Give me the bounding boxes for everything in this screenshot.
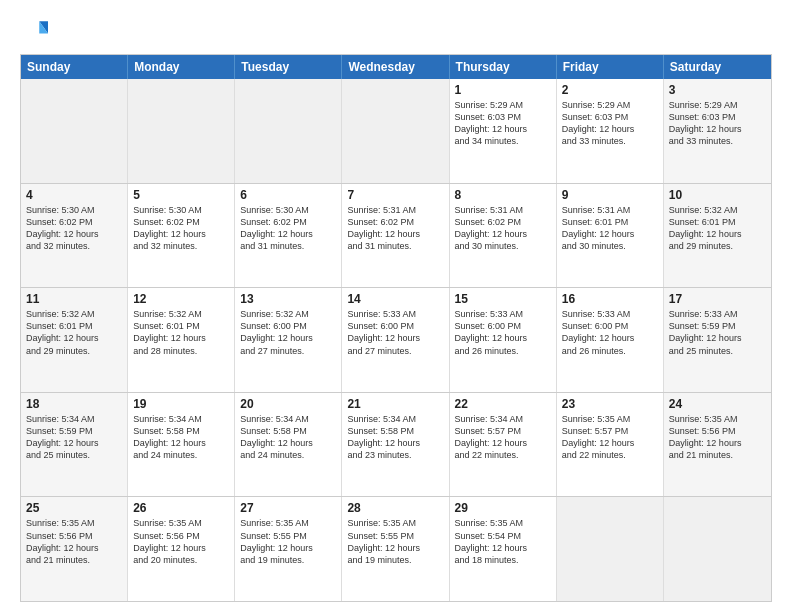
- day-number: 10: [669, 188, 766, 202]
- day-number: 1: [455, 83, 551, 97]
- cal-cell-r1c3: 7Sunrise: 5:31 AMSunset: 6:02 PMDaylight…: [342, 184, 449, 288]
- cell-info: Sunrise: 5:35 AMSunset: 5:55 PMDaylight:…: [240, 517, 336, 566]
- cal-cell-r3c5: 23Sunrise: 5:35 AMSunset: 5:57 PMDayligh…: [557, 393, 664, 497]
- day-number: 23: [562, 397, 658, 411]
- day-number: 28: [347, 501, 443, 515]
- cal-cell-r2c1: 12Sunrise: 5:32 AMSunset: 6:01 PMDayligh…: [128, 288, 235, 392]
- cal-cell-r0c1: [128, 79, 235, 183]
- calendar-row-2: 11Sunrise: 5:32 AMSunset: 6:01 PMDayligh…: [21, 287, 771, 392]
- day-number: 14: [347, 292, 443, 306]
- header-wednesday: Wednesday: [342, 55, 449, 79]
- cell-info: Sunrise: 5:30 AMSunset: 6:02 PMDaylight:…: [26, 204, 122, 253]
- cal-cell-r2c5: 16Sunrise: 5:33 AMSunset: 6:00 PMDayligh…: [557, 288, 664, 392]
- calendar-row-0: 1Sunrise: 5:29 AMSunset: 6:03 PMDaylight…: [21, 79, 771, 183]
- cell-info: Sunrise: 5:35 AMSunset: 5:56 PMDaylight:…: [26, 517, 122, 566]
- day-number: 3: [669, 83, 766, 97]
- cell-info: Sunrise: 5:29 AMSunset: 6:03 PMDaylight:…: [562, 99, 658, 148]
- cal-cell-r1c1: 5Sunrise: 5:30 AMSunset: 6:02 PMDaylight…: [128, 184, 235, 288]
- cell-info: Sunrise: 5:32 AMSunset: 6:01 PMDaylight:…: [26, 308, 122, 357]
- cell-info: Sunrise: 5:32 AMSunset: 6:01 PMDaylight:…: [669, 204, 766, 253]
- cal-cell-r1c5: 9Sunrise: 5:31 AMSunset: 6:01 PMDaylight…: [557, 184, 664, 288]
- header-thursday: Thursday: [450, 55, 557, 79]
- cell-info: Sunrise: 5:33 AMSunset: 6:00 PMDaylight:…: [562, 308, 658, 357]
- cell-info: Sunrise: 5:34 AMSunset: 5:58 PMDaylight:…: [347, 413, 443, 462]
- calendar-row-1: 4Sunrise: 5:30 AMSunset: 6:02 PMDaylight…: [21, 183, 771, 288]
- cell-info: Sunrise: 5:35 AMSunset: 5:57 PMDaylight:…: [562, 413, 658, 462]
- day-number: 22: [455, 397, 551, 411]
- calendar-row-4: 25Sunrise: 5:35 AMSunset: 5:56 PMDayligh…: [21, 496, 771, 601]
- cal-cell-r0c5: 2Sunrise: 5:29 AMSunset: 6:03 PMDaylight…: [557, 79, 664, 183]
- cell-info: Sunrise: 5:29 AMSunset: 6:03 PMDaylight:…: [455, 99, 551, 148]
- day-number: 27: [240, 501, 336, 515]
- day-number: 12: [133, 292, 229, 306]
- header-monday: Monday: [128, 55, 235, 79]
- calendar-row-3: 18Sunrise: 5:34 AMSunset: 5:59 PMDayligh…: [21, 392, 771, 497]
- cell-info: Sunrise: 5:35 AMSunset: 5:56 PMDaylight:…: [669, 413, 766, 462]
- cell-info: Sunrise: 5:35 AMSunset: 5:54 PMDaylight:…: [455, 517, 551, 566]
- day-number: 15: [455, 292, 551, 306]
- day-number: 17: [669, 292, 766, 306]
- cal-cell-r0c0: [21, 79, 128, 183]
- page-header: [20, 16, 772, 44]
- cell-info: Sunrise: 5:31 AMSunset: 6:02 PMDaylight:…: [347, 204, 443, 253]
- day-number: 24: [669, 397, 766, 411]
- cell-info: Sunrise: 5:33 AMSunset: 5:59 PMDaylight:…: [669, 308, 766, 357]
- cell-info: Sunrise: 5:34 AMSunset: 5:57 PMDaylight:…: [455, 413, 551, 462]
- cal-cell-r4c0: 25Sunrise: 5:35 AMSunset: 5:56 PMDayligh…: [21, 497, 128, 601]
- cal-cell-r3c3: 21Sunrise: 5:34 AMSunset: 5:58 PMDayligh…: [342, 393, 449, 497]
- day-number: 4: [26, 188, 122, 202]
- calendar: SundayMondayTuesdayWednesdayThursdayFrid…: [20, 54, 772, 602]
- cell-info: Sunrise: 5:34 AMSunset: 5:58 PMDaylight:…: [133, 413, 229, 462]
- cal-cell-r4c6: [664, 497, 771, 601]
- cell-info: Sunrise: 5:31 AMSunset: 6:01 PMDaylight:…: [562, 204, 658, 253]
- cell-info: Sunrise: 5:33 AMSunset: 6:00 PMDaylight:…: [455, 308, 551, 357]
- calendar-header: SundayMondayTuesdayWednesdayThursdayFrid…: [21, 55, 771, 79]
- cal-cell-r0c6: 3Sunrise: 5:29 AMSunset: 6:03 PMDaylight…: [664, 79, 771, 183]
- cell-info: Sunrise: 5:32 AMSunset: 6:01 PMDaylight:…: [133, 308, 229, 357]
- cell-info: Sunrise: 5:30 AMSunset: 6:02 PMDaylight:…: [133, 204, 229, 253]
- cal-cell-r3c1: 19Sunrise: 5:34 AMSunset: 5:58 PMDayligh…: [128, 393, 235, 497]
- cal-cell-r0c3: [342, 79, 449, 183]
- header-tuesday: Tuesday: [235, 55, 342, 79]
- cell-info: Sunrise: 5:30 AMSunset: 6:02 PMDaylight:…: [240, 204, 336, 253]
- cal-cell-r2c4: 15Sunrise: 5:33 AMSunset: 6:00 PMDayligh…: [450, 288, 557, 392]
- day-number: 7: [347, 188, 443, 202]
- day-number: 16: [562, 292, 658, 306]
- cal-cell-r4c2: 27Sunrise: 5:35 AMSunset: 5:55 PMDayligh…: [235, 497, 342, 601]
- cal-cell-r1c4: 8Sunrise: 5:31 AMSunset: 6:02 PMDaylight…: [450, 184, 557, 288]
- cell-info: Sunrise: 5:34 AMSunset: 5:59 PMDaylight:…: [26, 413, 122, 462]
- day-number: 26: [133, 501, 229, 515]
- day-number: 29: [455, 501, 551, 515]
- day-number: 19: [133, 397, 229, 411]
- day-number: 6: [240, 188, 336, 202]
- cal-cell-r1c6: 10Sunrise: 5:32 AMSunset: 6:01 PMDayligh…: [664, 184, 771, 288]
- cal-cell-r4c3: 28Sunrise: 5:35 AMSunset: 5:55 PMDayligh…: [342, 497, 449, 601]
- day-number: 25: [26, 501, 122, 515]
- header-friday: Friday: [557, 55, 664, 79]
- cal-cell-r4c4: 29Sunrise: 5:35 AMSunset: 5:54 PMDayligh…: [450, 497, 557, 601]
- day-number: 13: [240, 292, 336, 306]
- cal-cell-r2c0: 11Sunrise: 5:32 AMSunset: 6:01 PMDayligh…: [21, 288, 128, 392]
- logo: [20, 16, 52, 44]
- cal-cell-r3c4: 22Sunrise: 5:34 AMSunset: 5:57 PMDayligh…: [450, 393, 557, 497]
- cell-info: Sunrise: 5:31 AMSunset: 6:02 PMDaylight:…: [455, 204, 551, 253]
- cell-info: Sunrise: 5:32 AMSunset: 6:00 PMDaylight:…: [240, 308, 336, 357]
- day-number: 8: [455, 188, 551, 202]
- day-number: 18: [26, 397, 122, 411]
- cal-cell-r4c1: 26Sunrise: 5:35 AMSunset: 5:56 PMDayligh…: [128, 497, 235, 601]
- cal-cell-r3c6: 24Sunrise: 5:35 AMSunset: 5:56 PMDayligh…: [664, 393, 771, 497]
- cal-cell-r2c2: 13Sunrise: 5:32 AMSunset: 6:00 PMDayligh…: [235, 288, 342, 392]
- cal-cell-r2c6: 17Sunrise: 5:33 AMSunset: 5:59 PMDayligh…: [664, 288, 771, 392]
- day-number: 20: [240, 397, 336, 411]
- cell-info: Sunrise: 5:29 AMSunset: 6:03 PMDaylight:…: [669, 99, 766, 148]
- day-number: 2: [562, 83, 658, 97]
- day-number: 5: [133, 188, 229, 202]
- cal-cell-r0c2: [235, 79, 342, 183]
- cell-info: Sunrise: 5:34 AMSunset: 5:58 PMDaylight:…: [240, 413, 336, 462]
- day-number: 21: [347, 397, 443, 411]
- cal-cell-r1c0: 4Sunrise: 5:30 AMSunset: 6:02 PMDaylight…: [21, 184, 128, 288]
- logo-icon: [20, 16, 48, 44]
- cal-cell-r3c2: 20Sunrise: 5:34 AMSunset: 5:58 PMDayligh…: [235, 393, 342, 497]
- cal-cell-r3c0: 18Sunrise: 5:34 AMSunset: 5:59 PMDayligh…: [21, 393, 128, 497]
- day-number: 9: [562, 188, 658, 202]
